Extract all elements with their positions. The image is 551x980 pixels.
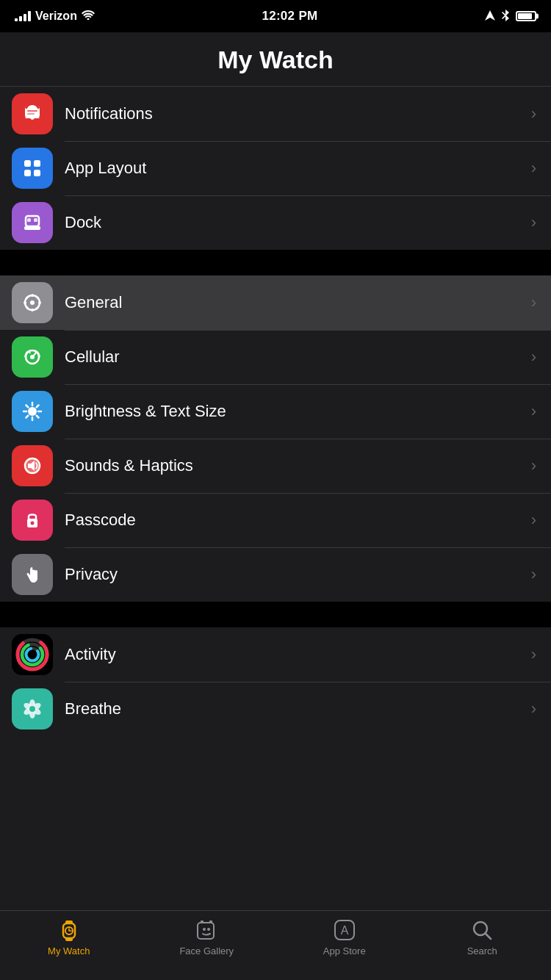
general-chevron: › (531, 293, 536, 312)
svg-rect-58 (198, 923, 214, 939)
list-item-brightness[interactable]: Brightness & Text Size › (0, 384, 551, 439)
dock-icon-circle (12, 202, 53, 243)
location-icon (485, 10, 495, 23)
app-store-tab-label: App Store (323, 945, 366, 956)
list-item-app-layout[interactable]: App Layout › (0, 141, 551, 195)
cellular-icon-circle (12, 336, 53, 378)
app-layout-icon-circle (12, 148, 53, 189)
tab-my-watch[interactable]: My Watch (0, 918, 138, 956)
list-item-privacy[interactable]: Privacy › (0, 547, 551, 602)
activity-icon-circle (12, 634, 53, 675)
svg-point-25 (28, 407, 37, 416)
notifications-label: Notifications (65, 104, 531, 123)
svg-point-37 (31, 522, 35, 525)
svg-line-32 (37, 406, 39, 408)
tab-face-gallery[interactable]: Face Gallery (138, 918, 276, 956)
page-title: My Watch (0, 46, 551, 74)
list-item-cellular[interactable]: Cellular › (0, 330, 551, 384)
svg-rect-8 (34, 170, 40, 176)
cellular-chevron: › (531, 347, 536, 367)
svg-rect-18 (38, 302, 41, 304)
passcode-label: Passcode (65, 511, 531, 530)
app-store-tab-icon: A (333, 918, 356, 942)
tab-app-store[interactable]: A App Store (276, 918, 414, 956)
svg-line-66 (486, 934, 491, 939)
face-gallery-tab-label: Face Gallery (179, 945, 234, 956)
svg-rect-15 (32, 294, 34, 297)
brightness-label: Brightness & Text Size (65, 402, 531, 421)
sounds-label: Sounds & Haptics (65, 456, 531, 475)
svg-line-30 (26, 406, 29, 408)
svg-rect-10 (24, 226, 40, 230)
list-item-general[interactable]: General › (0, 275, 551, 330)
breathe-icon-circle (12, 688, 53, 729)
sounds-chevron: › (531, 456, 536, 475)
privacy-label: Privacy (65, 565, 531, 584)
section-divider-2 (0, 602, 551, 627)
svg-point-14 (30, 300, 35, 305)
my-watch-tab-label: My Watch (48, 945, 90, 956)
tab-search[interactable]: Search (414, 918, 552, 956)
svg-rect-60 (209, 920, 212, 923)
svg-rect-7 (24, 170, 31, 176)
svg-rect-4 (27, 113, 35, 115)
breathe-chevron: › (531, 699, 536, 718)
main-content: Notifications › App Layout › (0, 87, 551, 806)
section-group-2: General › Cellular › (0, 275, 551, 602)
svg-line-31 (37, 416, 39, 418)
svg-rect-11 (27, 218, 31, 222)
brightness-chevron: › (531, 402, 536, 421)
wifi-icon (82, 10, 95, 23)
svg-text:A: A (340, 924, 348, 937)
svg-point-51 (29, 706, 35, 712)
my-watch-tab-icon (57, 918, 81, 942)
svg-rect-16 (32, 309, 34, 311)
brightness-icon-circle (12, 391, 53, 432)
privacy-icon-circle (12, 554, 53, 595)
general-label: General (65, 293, 531, 312)
svg-rect-17 (24, 302, 26, 304)
svg-rect-53 (65, 920, 73, 924)
carrier-label: Verizon (35, 10, 77, 23)
face-gallery-tab-icon (195, 918, 218, 942)
privacy-chevron: › (531, 565, 536, 584)
list-item-dock[interactable]: Dock › (0, 195, 551, 250)
activity-label: Activity (65, 645, 531, 664)
general-icon-circle (12, 282, 53, 323)
svg-rect-59 (201, 920, 204, 923)
list-item-passcode[interactable]: Passcode › (0, 493, 551, 547)
list-item-breathe[interactable]: Breathe › (0, 682, 551, 736)
section-group-1: Notifications › App Layout › (0, 87, 551, 250)
bluetooth-icon (501, 10, 510, 24)
passcode-icon-circle (12, 500, 53, 541)
breathe-label: Breathe (65, 699, 531, 718)
status-bar: Verizon 12:02 PM (0, 0, 551, 32)
sounds-icon-circle (12, 445, 53, 486)
svg-rect-12 (34, 218, 37, 222)
battery-indicator (516, 11, 536, 21)
svg-point-61 (203, 928, 206, 931)
status-right (485, 10, 536, 24)
list-item-notifications[interactable]: Notifications › (0, 87, 551, 141)
search-tab-label: Search (467, 945, 497, 956)
svg-rect-5 (24, 160, 31, 167)
svg-point-62 (207, 928, 210, 931)
passcode-chevron: › (531, 511, 536, 530)
notifications-icon-circle (12, 93, 53, 134)
status-left: Verizon (15, 10, 95, 23)
svg-rect-3 (27, 110, 37, 112)
search-tab-icon (470, 918, 494, 942)
cellular-label: Cellular (65, 347, 531, 367)
section-divider-1 (0, 250, 551, 275)
page-title-bar: My Watch (0, 32, 551, 87)
list-item-activity[interactable]: Activity › (0, 627, 551, 682)
svg-point-24 (30, 355, 35, 359)
svg-rect-54 (65, 937, 73, 941)
signal-bars (15, 11, 31, 21)
time-display: 12:02 PM (262, 9, 317, 24)
list-item-sounds[interactable]: Sounds & Haptics › (0, 439, 551, 493)
app-layout-chevron: › (531, 159, 536, 178)
tab-bar: My Watch Face Gallery A App Store (0, 910, 551, 980)
notifications-chevron: › (531, 104, 536, 123)
dock-chevron: › (531, 213, 536, 232)
